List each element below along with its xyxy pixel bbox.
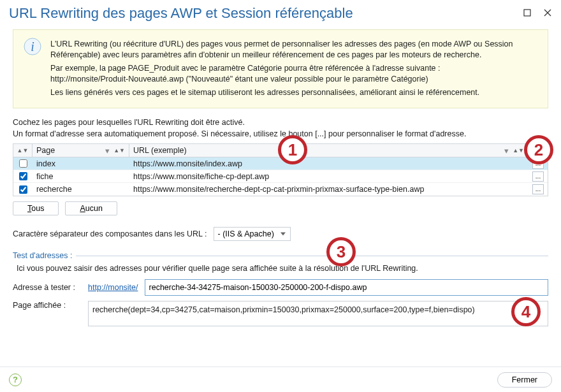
info-paragraph-2: Par exemple, la page PAGE_Produit avec l… [50, 63, 539, 85]
base-url-link[interactable]: http://monsite/ [88, 283, 138, 292]
instruction-line-1: Cochez les pages pour lesquelles l'URL R… [13, 117, 548, 129]
row-url: https://www.monsite/index.awp [133, 159, 242, 168]
info-panel: i L'URL Rewriting (ou réécriture d'URL) … [13, 29, 548, 108]
maximize-button[interactable] [523, 8, 532, 17]
row-checkbox[interactable] [19, 159, 27, 168]
svg-text:i: i [31, 40, 34, 54]
filter-icon[interactable]: ▾ [105, 146, 110, 156]
test-description: Ici vous pouvez saisir des adresses pour… [17, 264, 548, 273]
pages-table: ▲▼ Page ▾ ▲▼ URL (exemple) ▾ ▲▼ ≡ i [13, 143, 548, 196]
select-all-button[interactable]: Tous [13, 201, 59, 215]
info-text: L'URL Rewriting (ou réécriture d'URL) de… [50, 36, 539, 100]
close-button[interactable]: Fermer [497, 372, 552, 388]
menu-icon[interactable]: ≡ [536, 146, 540, 155]
table-row[interactable]: recherche https://www.monsite/recherche-… [13, 183, 548, 196]
address-test-row: Adresse à tester : http://monsite/ [13, 279, 548, 296]
page-result-box: recherche(dept=34,cp=34275,cat=maison,pr… [88, 301, 548, 326]
row-page-name: recherche [36, 185, 72, 194]
info-paragraph-1: L'URL Rewriting (ou réécriture d'URL) de… [50, 39, 539, 61]
test-section-title: Test d'adresses : [13, 251, 548, 260]
help-button[interactable]: ? [9, 374, 22, 386]
row-page-name: index [36, 159, 55, 168]
address-test-input[interactable] [145, 279, 548, 296]
window-controls [523, 8, 552, 17]
sort-icon: ▲▼ [17, 147, 29, 154]
close-window-button[interactable] [543, 8, 552, 17]
col-page-label: Page [36, 146, 55, 155]
col-page-header[interactable]: Page ▾ ▲▼ [33, 144, 129, 157]
col-url-header[interactable]: URL (exemple) ▾ ▲▼ [129, 144, 528, 157]
col-url-label: URL (exemple) [133, 146, 187, 155]
address-test-label: Adresse à tester : [13, 283, 82, 292]
titlebar: URL Rewriting des pages AWP et Session r… [0, 0, 561, 25]
dialog-content: i L'URL Rewriting (ou réécriture d'URL) … [0, 25, 561, 367]
row-edit-button[interactable]: ... [532, 171, 544, 182]
row-page-name: fiche [36, 172, 53, 181]
separator-select[interactable]: - (IIS & Apache) [214, 227, 291, 241]
sort-icon: ▲▼ [513, 147, 524, 154]
row-checkbox[interactable] [19, 172, 27, 180]
page-result-label: Page affichée : [13, 301, 82, 310]
info-icon: i [22, 36, 43, 57]
table-row[interactable]: index https://www.monsite/index.awp ... [13, 157, 548, 170]
info-paragraph-3: Les liens générés vers ces pages et le s… [50, 87, 539, 98]
instruction-line-2: Un format d'adresse sera automatiquement… [13, 129, 548, 140]
separator-label: Caractère séparateur des composantes dan… [13, 229, 207, 238]
col-edit-header: ≡ [528, 144, 548, 157]
page-result-row: Page affichée : recherche(dept=34,cp=342… [13, 301, 548, 326]
table-header: ▲▼ Page ▾ ▲▼ URL (exemple) ▾ ▲▼ ≡ [13, 143, 548, 157]
separator-row: Caractère séparateur des composantes dan… [13, 227, 548, 241]
sort-icon: ▲▼ [113, 147, 125, 154]
row-edit-button[interactable]: ... [532, 159, 544, 169]
dialog-window: URL Rewriting des pages AWP et Session r… [0, 0, 561, 392]
section-rule [76, 256, 548, 256]
col-checkbox-header[interactable]: ▲▼ [13, 144, 33, 157]
svg-rect-0 [524, 10, 530, 16]
instructions: Cochez les pages pour lesquelles l'URL R… [13, 117, 548, 140]
dialog-footer: ? Fermer [0, 367, 561, 392]
select-buttons-row: Tous Aucun [13, 201, 548, 215]
row-edit-button[interactable]: ... [532, 184, 544, 194]
select-none-button[interactable]: Aucun [65, 201, 117, 215]
table-row[interactable]: fiche https://www.monsite/fiche-cp-dept.… [13, 170, 548, 183]
row-checkbox[interactable] [19, 185, 27, 194]
row-url: https://www.monsite/recherche-dept-cp-ca… [133, 185, 424, 194]
dialog-title: URL Rewriting des pages AWP et Session r… [9, 5, 353, 22]
row-url: https://www.monsite/fiche-cp-dept.awp [133, 172, 269, 181]
filter-icon[interactable]: ▾ [504, 146, 509, 156]
